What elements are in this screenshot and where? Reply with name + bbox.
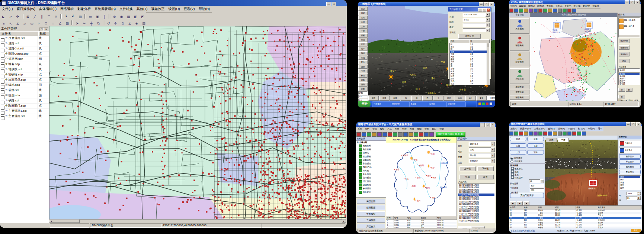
dialog-list-row[interactable]: 雷雨1:8 <box>450 60 489 63</box>
menu-3[interactable]: 网络编辑 <box>58 6 76 12</box>
taskbar-task[interactable]: 浏览器 <box>428 101 447 107</box>
menu-5[interactable]: 系统库管理(S) <box>93 6 118 12</box>
toolbar-icon[interactable]: □ <box>43 21 49 26</box>
view-tab[interactable]: 北 <box>433 96 443 101</box>
file-row[interactable]: ∿主要道路.sdl线 <box>0 114 49 119</box>
menu-item[interactable]: 传输 <box>416 128 423 130</box>
toolbar-icon[interactable] <box>514 9 518 13</box>
toolbar-icon[interactable] <box>509 9 513 13</box>
toolbar-icon[interactable] <box>367 132 371 137</box>
toolbar-icon[interactable]: ✛ <box>15 14 21 20</box>
window-button-main-0[interactable]: — <box>326 2 331 6</box>
nav-button[interactable]: 后退 <box>358 11 368 15</box>
tree-item[interactable]: 卫星云图 <box>356 158 386 162</box>
field-input[interactable]: 500 <box>530 184 544 188</box>
menu-item[interactable]: 系统(S) <box>509 127 519 130</box>
dialog-list-row[interactable]: 雾1:9 <box>450 63 489 65</box>
toolbar-icon[interactable] <box>577 131 581 136</box>
spinner-down-icon[interactable]: ▼ <box>637 198 641 200</box>
window-button-quake-1[interactable]: □ <box>630 0 635 4</box>
menu-10[interactable]: 查看(V) <box>182 6 197 12</box>
dialog-list-row[interactable]: 大雨1:6 <box>450 55 489 58</box>
spinner-down-icon[interactable]: ▼ <box>637 193 641 195</box>
toolbar-icon[interactable] <box>553 9 557 13</box>
mini-button[interactable]: ● <box>523 201 529 205</box>
check-row[interactable]: 行政边界 <box>509 176 545 179</box>
function-button[interactable]: 灾情上报 <box>510 68 529 84</box>
toolbar-icon[interactable]: ∠ <box>126 21 133 26</box>
tree-item[interactable]: 自动站 <box>356 151 386 155</box>
toolbar-icon[interactable]: ▭ <box>29 21 35 26</box>
toolbar-icon[interactable] <box>582 131 586 136</box>
tree-checkbox[interactable] <box>359 162 362 165</box>
toolbar-icon[interactable] <box>534 9 538 13</box>
tree-checkbox[interactable] <box>359 159 362 162</box>
tree-root[interactable]: ⊟ 全省台站 <box>356 141 386 144</box>
dialog-list-row[interactable]: 小雪1:2 <box>450 68 489 70</box>
check-row[interactable]: 地名标注 <box>509 167 545 170</box>
toolbar-icon[interactable]: ↘ <box>0 21 7 26</box>
dropdown-arrow-icon[interactable]: ▼ <box>486 23 490 27</box>
dialog-list-row[interactable]: 沙尘1:6 <box>450 77 489 80</box>
view-tab[interactable]: 侧视 <box>390 96 400 101</box>
left-nav-button[interactable]: 气候预测 <box>357 218 385 223</box>
dropdown-arrow-icon[interactable]: ▼ <box>491 159 495 163</box>
dialog-list-row[interactable]: 小雨1:4 <box>450 51 489 53</box>
toolbar-icon[interactable] <box>563 9 567 13</box>
toolbar-icon[interactable] <box>543 9 547 13</box>
toolbar-icon[interactable]: ✕ <box>53 14 59 20</box>
menu-item[interactable]: 检验 <box>408 128 416 130</box>
table-header-cell[interactable]: 站名 <box>406 216 420 220</box>
taskbar-task[interactable]: 资源管理 <box>446 101 466 107</box>
toolbar-icon[interactable] <box>529 9 533 13</box>
column-filename[interactable]: 文件名 <box>0 31 39 36</box>
stats-button[interactable]: 退出 <box>619 59 629 63</box>
toolbar-icon[interactable]: ▣ <box>94 14 100 20</box>
window-button-weather-0[interactable]: — <box>480 123 485 127</box>
tree-item[interactable]: 乡镇预报 <box>356 187 386 191</box>
file-row[interactable]: ∿轮廓.sdl线 <box>0 88 49 93</box>
file-row[interactable]: ◠道路网.sdn网 <box>0 57 49 62</box>
action-button[interactable]: 上一张 <box>459 166 476 171</box>
nav-field[interactable]: 120 <box>358 95 368 98</box>
dialog-scrollbar[interactable] <box>487 43 489 85</box>
category-bar[interactable]: 基础数据 <box>510 85 529 89</box>
record-row[interactable]: 201 : 117 : 5 <box>619 24 640 30</box>
menu-1[interactable]: 窗口操作(W) <box>15 6 38 12</box>
window-button-main-1[interactable]: □ <box>331 2 336 6</box>
tree-checkbox[interactable] <box>359 176 362 179</box>
tree-item[interactable]: T213产品 <box>356 166 386 169</box>
dialog-list-row[interactable]: 大风1:7 <box>450 80 489 82</box>
toolbar-icon[interactable] <box>398 132 403 137</box>
tree-item[interactable]: 雷达拼图 <box>356 155 386 159</box>
layer-button[interactable]: 导出图片 <box>619 170 641 174</box>
map-canvas[interactable] <box>49 26 346 220</box>
nav-button[interactable]: 漫游 <box>358 65 368 69</box>
taskbar-task[interactable]: 三维漫游 <box>372 101 391 107</box>
radio-icon[interactable] <box>510 157 513 160</box>
record-hscroll[interactable] <box>619 35 640 37</box>
window-button-weather-1[interactable]: □ <box>485 123 490 127</box>
table-header-cell[interactable]: 时间 <box>436 216 457 220</box>
function-button[interactable]: 震害预测 <box>510 18 529 34</box>
view-tab[interactable]: 俯视 <box>368 96 379 101</box>
view-tab[interactable]: 路径 <box>444 96 454 101</box>
dialog-list-row[interactable]: 多云1:2 <box>450 46 489 48</box>
dialog-list-row[interactable]: 冰雹1:5 <box>450 75 489 78</box>
variable-item[interactable]: 温度 <box>619 176 640 178</box>
nav-round-button[interactable]: 后退 <box>527 137 544 141</box>
menu-item[interactable]: 窗口(W) <box>581 5 591 7</box>
mini-button[interactable]: ▶ <box>510 201 516 205</box>
radio-icon[interactable] <box>510 160 513 163</box>
tree-item[interactable]: 城镇预报 <box>356 183 386 187</box>
window-button-v3d-2[interactable]: × <box>489 2 494 6</box>
view-tab[interactable]: 西 <box>422 96 433 101</box>
view-tab[interactable]: 动画 <box>455 96 465 101</box>
tray-icon[interactable] <box>486 103 488 105</box>
toolbar-icon[interactable] <box>388 132 392 137</box>
dropdown-arrow-icon[interactable]: ▼ <box>486 18 490 22</box>
menu-item[interactable]: 分析 <box>401 128 408 130</box>
left-nav-button[interactable]: 实况监测 <box>357 199 385 204</box>
toolbar-icon[interactable] <box>567 131 571 136</box>
toolbar-icon[interactable]: ⧉ <box>95 21 102 26</box>
